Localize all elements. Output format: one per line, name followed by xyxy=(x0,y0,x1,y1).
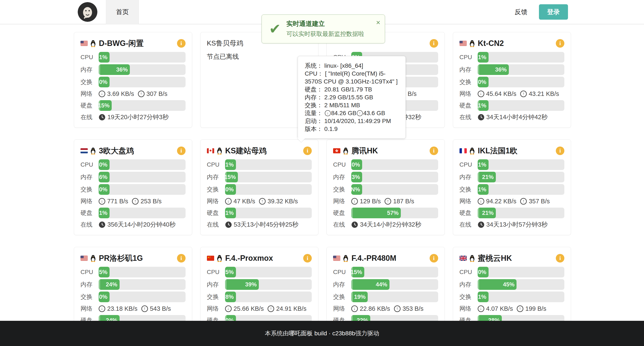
info-icon[interactable]: i xyxy=(556,146,564,155)
net-label: 网络 xyxy=(80,90,99,98)
info-icon[interactable]: i xyxy=(556,254,564,262)
uptime-row: 在线53天13小时45分钟25秒 xyxy=(207,220,312,230)
uptime-row: 在线34天14小时4分钟42秒 xyxy=(460,112,564,122)
footer-panel-link[interactable]: 哪吒面板 build · c23b88b xyxy=(289,329,355,338)
disk-progressbar: 21% xyxy=(478,208,564,218)
download-speed: 94.22 KB/s xyxy=(486,198,516,205)
info-icon[interactable]: i xyxy=(430,39,438,48)
upload-icon: ↑ xyxy=(394,306,400,312)
linux-tux-icon xyxy=(469,254,475,262)
swap-row: 交换1% xyxy=(460,184,564,195)
linux-tux-icon xyxy=(342,254,349,262)
swap-label: 交换 xyxy=(207,186,225,194)
linux-tux-icon xyxy=(90,254,96,262)
network-stats: ↓23.18 KB/s↑543 B/s xyxy=(99,305,175,312)
info-icon[interactable]: i xyxy=(303,146,312,155)
linux-tux-icon xyxy=(469,39,475,48)
cpu-progress-value: 1% xyxy=(478,162,486,168)
disk-progressbar: 11% xyxy=(478,100,564,111)
disk-row: 硬盘1% xyxy=(80,208,186,218)
swap-progressbar: 19% xyxy=(351,292,438,302)
swap-label: 交换 xyxy=(80,78,99,86)
info-icon[interactable]: i xyxy=(430,146,438,155)
download-icon: ↓ xyxy=(325,110,331,116)
net-label: 网络 xyxy=(460,90,478,98)
upload-icon: ↑ xyxy=(517,306,523,312)
disk-label: 硬盘 xyxy=(207,209,225,217)
net-row: 网络↓4.07 KB/s↑199 B/s xyxy=(460,304,564,313)
uptime-row: 在线34天14小时2分钟32秒 xyxy=(333,220,438,230)
swap-label: 交换 xyxy=(460,78,478,86)
net-label: 网络 xyxy=(80,197,99,205)
flag-nl-icon xyxy=(80,148,88,153)
swap-progress-value: 0% xyxy=(99,294,108,300)
cpu-row: CPU0% xyxy=(333,159,438,170)
swap-progressbar: 1% xyxy=(478,184,564,195)
upload-speed: 24.91 KB/s xyxy=(276,305,306,312)
info-icon[interactable]: i xyxy=(430,254,438,262)
info-icon[interactable]: i xyxy=(556,39,564,48)
info-icon[interactable]: i xyxy=(177,39,186,48)
swap-progressbar: 0% xyxy=(99,292,186,302)
cpu-label: CPU xyxy=(460,161,478,168)
server-name: KS建站母鸡 xyxy=(225,146,267,156)
server-name: D-BWG-闲置 xyxy=(99,38,144,49)
site-logo-avatar[interactable] xyxy=(78,2,97,22)
cpu-label: CPU xyxy=(207,269,225,276)
linux-tux-icon xyxy=(216,254,223,262)
info-icon[interactable]: i xyxy=(303,254,312,262)
network-stats: ↓3.69 KB/s↑307 B/s xyxy=(99,90,171,98)
info-row-value: 2.29 GB/15.55 GB xyxy=(323,94,373,100)
net-row: 网络↓771 B/s↑253 B/s xyxy=(80,196,186,206)
info-row-value: 10/14/2020, 11:49:29 PM xyxy=(323,118,391,124)
info-icon[interactable]: i xyxy=(177,146,186,155)
upload-icon: ↑ xyxy=(520,198,527,204)
nav-feedback-link[interactable]: 反馈 xyxy=(514,8,528,16)
disk-progressbar: 1% xyxy=(225,208,312,218)
mem-row: 内存36% xyxy=(460,64,564,75)
disk-progress-value: 21% xyxy=(482,210,494,216)
mem-row: 内存21% xyxy=(460,172,564,182)
mem-label: 内存 xyxy=(460,173,478,181)
mem-label: 内存 xyxy=(80,280,99,288)
cpu-row: CPU1% xyxy=(207,159,312,170)
upload-speed: 199 B/s xyxy=(525,305,546,312)
swap-progressbar: 0% xyxy=(478,77,564,87)
cpu-row: CPU0% xyxy=(460,267,564,278)
swap-label: 交换 xyxy=(460,186,478,194)
card-header: 3欧大盘鸡i xyxy=(80,145,186,157)
upload-icon: ↑ xyxy=(141,306,148,312)
server-name: KS鲁贝母鸡 xyxy=(207,39,244,48)
cpu-row: CPU15% xyxy=(333,267,438,278)
login-button[interactable]: 登录 xyxy=(539,4,568,20)
cpu-progress-value: 5% xyxy=(225,269,234,276)
nav-tab-home[interactable]: 首页 xyxy=(106,0,139,24)
mem-progress-value: 44% xyxy=(376,281,387,288)
info-row-label: 硬盘： xyxy=(305,86,323,93)
cpu-label: CPU xyxy=(460,269,478,276)
footer-text-prefix: 本系统由 xyxy=(265,329,289,338)
mem-row: 内存24% xyxy=(80,279,186,290)
server-name: 腾讯HK xyxy=(352,146,378,156)
mem-progress-value: 24% xyxy=(106,281,118,288)
card-header: IKL法国1欧i xyxy=(460,145,564,157)
info-row-label: 版本： xyxy=(305,126,323,132)
cpu-row: CPU0% xyxy=(80,159,186,170)
footer: 本系统由 哪吒面板 build · c23b88b 强力驱动 xyxy=(0,321,644,346)
network-stats: ↓25.66 KB/s↑24.91 KB/s xyxy=(225,305,310,312)
swap-progress-value: 0% xyxy=(99,186,108,193)
server-info-rows: 系统： linux- [x86_64]CPU： [ "Intel(R) Core… xyxy=(305,62,399,133)
close-icon[interactable]: ✕ xyxy=(376,20,380,26)
info-icon[interactable]: i xyxy=(177,254,186,262)
info-row-value: 20.81 GB/1.79 TB xyxy=(323,86,372,93)
flag-us-icon xyxy=(80,41,88,46)
linux-tux-icon xyxy=(469,39,475,48)
uptime-value: 53天13小时45分钟25秒 xyxy=(234,220,298,229)
cpu-label: CPU xyxy=(207,161,225,168)
uptime-stats: 34天14小时2分钟32秒 xyxy=(351,220,425,229)
navbar-right: 反馈 登录 xyxy=(514,4,571,20)
info-row-系统: 系统： linux- [x86_64] xyxy=(305,62,399,70)
uptime-row: 在线19天20小时27分钟3秒 xyxy=(80,112,186,122)
linux-tux-icon xyxy=(469,147,475,155)
linux-tux-icon xyxy=(216,147,223,155)
